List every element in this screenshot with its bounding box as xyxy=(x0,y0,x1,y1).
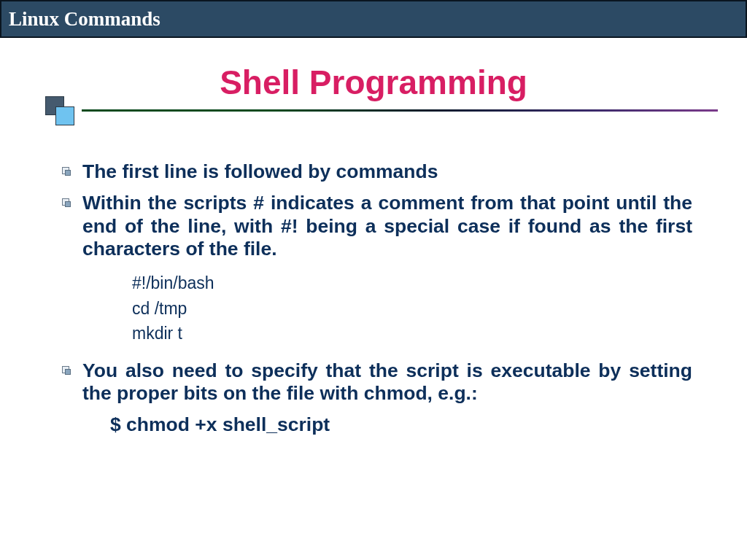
code-line: mkdir t xyxy=(132,321,692,346)
bullet-item: You also need to specify that the script… xyxy=(62,359,692,405)
bullet-item: The first line is followed by commands xyxy=(62,160,692,183)
bullet-icon xyxy=(62,167,72,177)
chmod-example: $ chmod +x shell_script xyxy=(110,413,692,436)
bullet-icon xyxy=(62,198,72,209)
header-bar: Linux Commands xyxy=(0,0,747,38)
header-title: Linux Commands xyxy=(9,8,160,31)
code-line: cd /tmp xyxy=(132,296,692,322)
slide-title: Shell Programming xyxy=(36,63,711,102)
square-icon xyxy=(45,96,77,128)
bullet-text: Within the scripts # indicates a comment… xyxy=(82,192,692,260)
code-line: #!/bin/bash xyxy=(132,271,692,296)
bullet-icon xyxy=(62,366,72,376)
bullet-text: You also need to specify that the script… xyxy=(82,359,692,405)
body-list: The first line is followed by commands W… xyxy=(36,160,711,436)
code-block: #!/bin/bash cd /tmp mkdir t xyxy=(132,271,692,346)
title-decoration xyxy=(36,109,711,131)
content-area: Shell Programming The first line is foll… xyxy=(0,63,747,436)
bullet-text: The first line is followed by commands xyxy=(82,160,692,183)
square-light xyxy=(55,106,74,125)
bullet-item: Within the scripts # indicates a comment… xyxy=(62,192,692,260)
underline-gradient xyxy=(82,109,718,112)
